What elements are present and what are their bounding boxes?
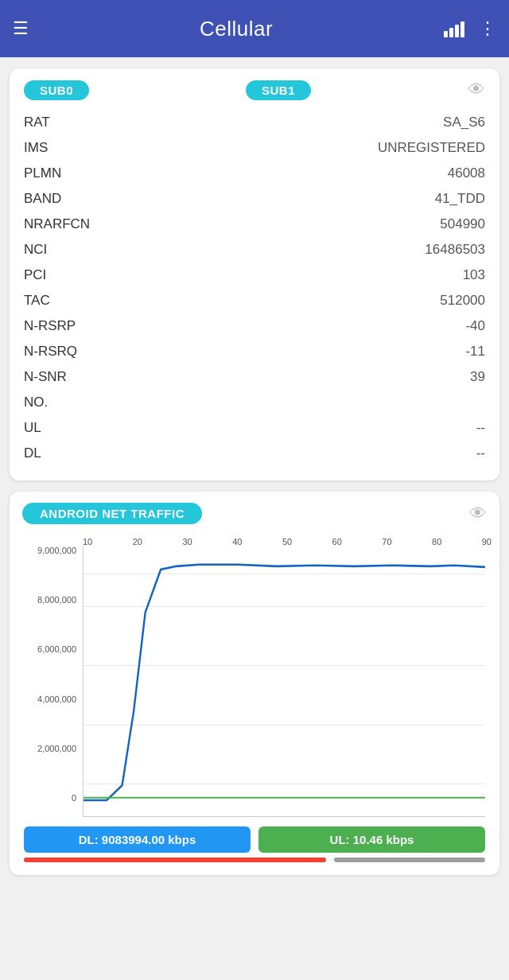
info-row: TAC 512000 xyxy=(24,288,485,313)
info-row: NRARFCN 504990 xyxy=(24,212,485,237)
x-axis-label: 50 xyxy=(282,537,292,546)
info-label: NO. xyxy=(24,395,111,410)
info-row: PLMN 46008 xyxy=(24,161,485,186)
info-row: NO. xyxy=(24,390,485,415)
info-value: 504990 xyxy=(111,216,485,232)
more-options-icon[interactable]: ⋮ xyxy=(479,18,496,39)
info-label: IMS xyxy=(24,140,111,156)
x-axis-label: 70 xyxy=(382,537,391,546)
bottom-bars xyxy=(17,853,492,862)
info-row: UL -- xyxy=(24,415,485,441)
x-axis-label: 40 xyxy=(232,537,242,546)
info-value: 39 xyxy=(111,369,485,385)
y-axis-label: 8,000,000 xyxy=(37,596,76,605)
info-value: 512000 xyxy=(111,293,485,309)
info-label: NCI xyxy=(24,242,111,258)
y-axis-label: 9,000,000 xyxy=(37,546,76,555)
info-label: PCI xyxy=(24,267,111,283)
info-row: N-RSRP -40 xyxy=(24,313,485,339)
menu-icon[interactable]: ☰ xyxy=(13,18,29,39)
info-row: RAT SA_S6 xyxy=(24,110,485,135)
x-axis-label: 90 xyxy=(482,537,492,546)
info-value: 46008 xyxy=(111,165,485,181)
y-axis: 9,000,0008,000,0006,000,0004,000,0002,00… xyxy=(17,546,81,817)
info-value: 16486503 xyxy=(111,242,485,258)
y-axis-label: 6,000,000 xyxy=(37,645,76,654)
info-row: IMS UNREGISTERED xyxy=(24,135,485,161)
x-axis-label: 60 xyxy=(332,537,342,546)
info-label: BAND xyxy=(24,191,111,207)
stats-row: DL: 9083994.00 kbps UL: 10.46 kbps xyxy=(17,817,492,853)
info-label: PLMN xyxy=(24,165,111,181)
info-value: UNREGISTERED xyxy=(111,140,485,156)
info-label: N-RSRP xyxy=(24,318,111,334)
ul-stat-badge: UL: 10.46 kbps xyxy=(258,826,485,853)
info-label: N-RSRQ xyxy=(24,344,111,360)
dl-progress-bar xyxy=(24,858,326,862)
info-row: DL -- xyxy=(24,441,485,466)
info-value: 41_TDD xyxy=(111,191,485,207)
chart-svg xyxy=(84,546,485,802)
info-label: TAC xyxy=(24,293,111,309)
y-axis-label: 4,000,000 xyxy=(37,695,76,704)
info-value: -11 xyxy=(111,344,485,360)
sub-badges-row: SUB0 SUB1 👁 xyxy=(24,80,485,100)
info-value: -40 xyxy=(111,318,485,334)
info-rows-container: RAT SA_S6 IMS UNREGISTERED PLMN 46008 BA… xyxy=(24,110,485,466)
signal-icon xyxy=(444,20,464,37)
x-axis: 102030405060708090 xyxy=(17,534,492,546)
traffic-header: ANDROID NET TRAFFIC 👁 xyxy=(17,503,492,524)
ul-progress-bar xyxy=(334,858,485,862)
chart-area xyxy=(83,546,485,817)
traffic-card: ANDROID NET TRAFFIC 👁 102030405060708090… xyxy=(10,492,499,875)
traffic-visibility-icon[interactable]: 👁 xyxy=(469,504,487,524)
x-axis-label: 30 xyxy=(182,537,192,546)
visibility-icon[interactable]: 👁 xyxy=(468,80,485,100)
y-axis-label: 0 xyxy=(72,794,76,803)
info-value: 103 xyxy=(111,267,485,283)
info-label: NRARFCN xyxy=(24,216,111,232)
app-header: ☰ Cellular ⋮ xyxy=(0,0,509,57)
traffic-title-badge: ANDROID NET TRAFFIC xyxy=(22,503,202,524)
header-actions: ⋮ xyxy=(444,18,496,39)
cellular-info-card: SUB0 SUB1 👁 RAT SA_S6 IMS UNREGISTERED P… xyxy=(10,68,499,480)
info-value: SA_S6 xyxy=(111,115,485,130)
x-axis-label: 80 xyxy=(432,537,441,546)
info-value: -- xyxy=(111,420,485,436)
x-axis-label: 20 xyxy=(133,537,142,546)
info-label: DL xyxy=(24,445,111,461)
info-row: N-RSRQ -11 xyxy=(24,339,485,364)
info-row: PCI 103 xyxy=(24,262,485,288)
chart-container: 9,000,0008,000,0006,000,0004,000,0002,00… xyxy=(17,546,492,817)
info-value: -- xyxy=(111,445,485,461)
info-label: UL xyxy=(24,420,111,436)
info-row: N-SNR 39 xyxy=(24,364,485,390)
sub1-badge[interactable]: SUB1 xyxy=(246,80,311,100)
x-axis-label: 10 xyxy=(83,537,92,546)
y-axis-label: 2,000,000 xyxy=(37,745,76,753)
page-title: Cellular xyxy=(200,17,273,41)
info-label: N-SNR xyxy=(24,369,111,385)
sub0-badge[interactable]: SUB0 xyxy=(24,80,89,100)
info-label: RAT xyxy=(24,115,111,130)
info-row: NCI 16486503 xyxy=(24,237,485,262)
info-row: BAND 41_TDD xyxy=(24,186,485,212)
dl-stat-badge: DL: 9083994.00 kbps xyxy=(24,826,251,853)
